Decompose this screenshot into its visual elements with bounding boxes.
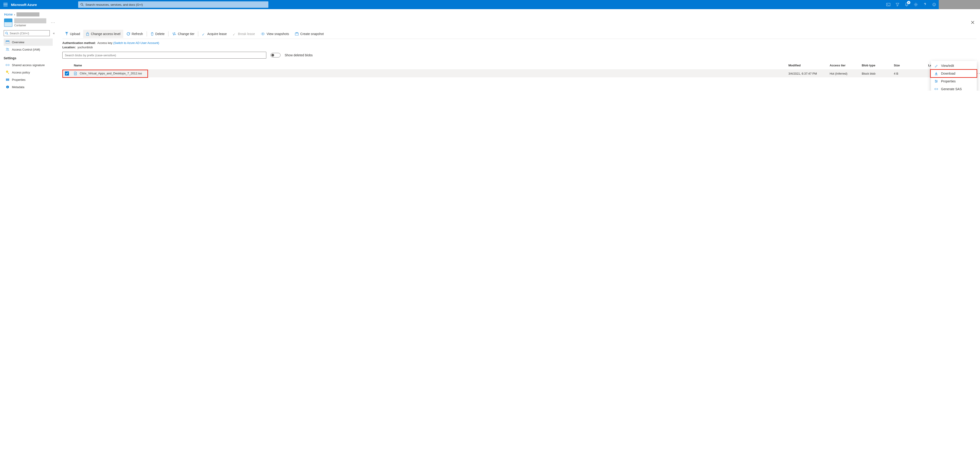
blob-search[interactable] — [62, 52, 266, 59]
blob-tier: Hot (Inferred) — [827, 70, 859, 78]
change-access-button[interactable]: Change access level — [83, 30, 123, 38]
sliders-icon — [934, 80, 938, 82]
ctx-properties[interactable]: Properties — [931, 78, 977, 85]
crumb-home[interactable]: Home — [4, 13, 13, 16]
delete-button[interactable]: Delete — [148, 30, 167, 38]
sidebar-item-label: Properties — [12, 78, 25, 81]
breadcrumb: Home › — [0, 9, 980, 17]
blob-type: Block blob — [859, 70, 891, 78]
toolbar: Upload Change access level Refresh Delet… — [62, 29, 976, 39]
svg-rect-10 — [6, 41, 10, 41]
auth-method-value: Access key — [97, 41, 113, 44]
top-header: Microsoft Azure 4 — [0, 0, 980, 9]
help-icon — [923, 3, 927, 6]
global-search[interactable] — [78, 2, 268, 8]
svg-point-12 — [8, 49, 9, 49]
directories-button[interactable] — [893, 0, 902, 9]
gear-icon — [914, 3, 918, 6]
account-redacted[interactable] — [939, 0, 980, 9]
svg-point-31 — [937, 81, 937, 82]
close-icon — [971, 21, 975, 24]
search-icon — [80, 3, 84, 6]
svg-rect-22 — [86, 34, 89, 35]
chevron-right-icon: › — [14, 13, 15, 16]
close-blade-button[interactable] — [969, 19, 976, 26]
collapse-sidebar-button[interactable]: « — [53, 32, 55, 35]
col-access-tier[interactable]: Access tier — [827, 61, 859, 70]
download-icon — [934, 72, 938, 75]
table-row[interactable]: Citrix_Virtual_Apps_and_Desktops_7_2012.… — [62, 70, 976, 78]
content-pane: Upload Change access level Refresh Delet… — [55, 29, 980, 90]
sidebar-search-input[interactable] — [10, 32, 48, 35]
sidebar-item-label: Access policy — [12, 71, 30, 74]
cloud-shell-icon — [886, 3, 890, 6]
refresh-button[interactable]: Refresh — [124, 30, 146, 38]
key-icon — [5, 70, 10, 74]
page-subtitle: Container — [14, 24, 46, 27]
blob-name: Citrix_Virtual_Apps_and_Desktops_7_2012.… — [80, 72, 142, 75]
svg-point-29 — [935, 80, 936, 81]
svg-point-15 — [7, 71, 8, 72]
lock-icon — [86, 32, 89, 36]
svg-line-8 — [7, 34, 8, 35]
col-size[interactable]: Size — [891, 61, 926, 70]
col-blob-type[interactable]: Blob type — [859, 61, 891, 70]
ctx-generate-sas[interactable]: Generate SAS — [931, 85, 977, 90]
sidebar-item-access-control[interactable]: Access Control (IAM) — [4, 46, 53, 53]
ctx-download[interactable]: Download — [931, 70, 977, 78]
row-checkbox[interactable] — [65, 71, 69, 76]
hamburger-button[interactable] — [0, 0, 11, 9]
change-tier-button[interactable]: Change tier — [169, 30, 197, 38]
upload-button[interactable]: Upload — [62, 30, 83, 38]
help-button[interactable] — [920, 0, 929, 9]
crumb-redacted[interactable] — [16, 13, 40, 16]
switch-auth-link[interactable]: (Switch to Azure AD User Account) — [113, 41, 159, 44]
global-search-input[interactable] — [86, 3, 266, 6]
overview-icon — [5, 41, 10, 43]
break-lease-icon — [232, 32, 236, 36]
feedback-button[interactable] — [929, 0, 939, 9]
create-snapshot-button[interactable]: Create snapshot — [292, 30, 326, 38]
svg-point-3 — [915, 4, 916, 5]
sidebar-item-sas[interactable]: Shared access signature — [4, 61, 53, 69]
svg-point-6 — [935, 4, 935, 4]
search-icon — [5, 32, 8, 35]
notifications-button[interactable]: 4 — [902, 0, 911, 9]
header-icons: 4 — [884, 0, 939, 9]
pencil-icon — [934, 64, 938, 67]
break-lease-button: Break lease — [230, 30, 258, 38]
brand-label: Microsoft Azure — [11, 3, 48, 6]
show-deleted-label: Show deleted blobs — [285, 53, 313, 57]
col-name[interactable]: Name — [72, 61, 786, 70]
link-icon — [934, 88, 938, 90]
filter-row: Show deleted blobs — [62, 52, 976, 59]
blob-size: 4 B — [891, 70, 926, 78]
svg-point-5 — [934, 4, 934, 4]
show-deleted-toggle[interactable] — [270, 53, 280, 57]
people-icon — [5, 48, 10, 51]
page-title-row: Container ··· — [0, 17, 980, 29]
sidebar-search[interactable] — [4, 30, 50, 36]
sidebar-item-label: Access Control (IAM) — [12, 48, 40, 51]
acquire-lease-button[interactable]: Acquire lease — [199, 30, 229, 38]
sidebar-item-label: Metadata — [12, 86, 24, 89]
sidebar-item-access-policy[interactable]: Access policy — [4, 69, 53, 76]
sidebar-item-properties[interactable]: Properties — [4, 76, 53, 83]
svg-point-0 — [81, 3, 83, 5]
ctx-view-edit[interactable]: View/edit — [931, 62, 977, 70]
svg-rect-20 — [7, 87, 8, 88]
sidebar-item-overview[interactable]: Overview — [4, 38, 53, 46]
sidebar-item-label: Shared access signature — [12, 63, 45, 67]
settings-button[interactable] — [911, 0, 920, 9]
sidebar-item-metadata[interactable]: Metadata — [4, 83, 53, 90]
container-icon — [4, 19, 13, 27]
cloud-shell-button[interactable] — [884, 0, 893, 9]
svg-point-33 — [936, 82, 937, 82]
blob-search-input[interactable] — [65, 54, 264, 57]
link-icon — [5, 64, 10, 66]
view-snapshots-button[interactable]: View snapshots — [258, 30, 292, 38]
context-menu: View/edit Download Properties — [931, 61, 977, 90]
title-more-button[interactable]: ··· — [51, 21, 55, 25]
eye-icon — [261, 33, 265, 35]
col-modified[interactable]: Modified — [786, 61, 827, 70]
